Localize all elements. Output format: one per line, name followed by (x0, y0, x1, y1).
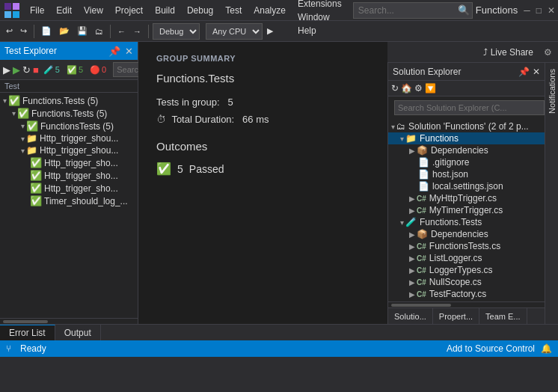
toolbar-sep-2 (110, 25, 111, 38)
tree-item-label: FunctionsTests (5) (40, 121, 114, 132)
settings-icon[interactable]: ⚙ (544, 47, 552, 58)
folder-icon: 📁 (26, 133, 37, 144)
tree-item-label: Functions.Tests (5) (22, 96, 98, 106)
list-item[interactable]: ✅ Http_trigger_sho... (0, 156, 138, 169)
new-file-btn[interactable]: 📄 (38, 25, 55, 37)
run-selected-btn[interactable]: ▶ (13, 64, 20, 76)
menu-build[interactable]: Build (149, 4, 181, 17)
stop-btn[interactable]: ■ (33, 64, 39, 76)
se-sync-btn[interactable]: ↻ (391, 83, 399, 94)
menu-analyze[interactable]: Analyze (248, 4, 292, 17)
notifications-label[interactable]: Notifications (546, 66, 558, 117)
undo-btn[interactable]: ↩ (3, 25, 16, 37)
se-item-label: Functions (420, 133, 459, 144)
se-search-input[interactable] (394, 100, 545, 115)
menu-edit[interactable]: Edit (50, 4, 78, 17)
list-item[interactable]: 📄 host.json (388, 168, 545, 180)
menu-test[interactable]: Test (219, 4, 248, 17)
list-item[interactable]: ▾ 📁 Http_trigger_shou... (0, 132, 138, 144)
menu-search-input[interactable] (353, 2, 473, 19)
refresh-btn[interactable]: ↻ (22, 64, 31, 76)
platform-select[interactable]: Any CPU (206, 23, 263, 40)
forward-btn[interactable]: → (130, 25, 144, 37)
list-item[interactable]: ▶ C# MyHttpTrigger.cs (388, 192, 545, 204)
list-item[interactable]: ✅ Timer_should_log_... (0, 195, 138, 207)
titlebar-close-icon[interactable]: ✕ (125, 46, 133, 57)
open-btn[interactable]: 📂 (56, 25, 73, 37)
list-item[interactable]: ▾ 📁 Functions (388, 132, 545, 144)
main-toolbar: ↩ ↪ 📄 📂 💾 🗂 ← → Debug Any CPU ▶ (0, 21, 558, 42)
list-item[interactable]: 📄 .gitignore (388, 156, 545, 168)
menu-debug[interactable]: Debug (181, 4, 219, 17)
clock-icon: ⏱ (156, 114, 166, 125)
list-item[interactable]: ▾ 📁 Http_trigger_shou... (0, 144, 138, 156)
pass-badge: ✅ 5 (64, 65, 85, 75)
status-bar: ⑂ Ready Add to Source Control 🔔 (0, 340, 558, 357)
list-item[interactable]: ✅ Http_trigger_sho... (0, 169, 138, 182)
chevron-icon: ▶ (409, 290, 415, 298)
se-settings-btn[interactable]: ⚙ (414, 83, 423, 94)
se-home-btn[interactable]: 🏠 (401, 83, 412, 94)
list-item[interactable]: 📄 local.settings.json (388, 180, 545, 192)
tab-solution[interactable]: Solutio... (388, 308, 433, 324)
tab-output[interactable]: Output (55, 325, 101, 340)
svg-rect-3 (13, 11, 19, 18)
pin-icon[interactable]: 📌 (108, 46, 120, 57)
menu-project[interactable]: Project (109, 4, 149, 17)
close-icon[interactable]: ✕ (548, 5, 555, 16)
total-duration-label: Total Duration: (171, 114, 234, 125)
save-all-btn[interactable]: 🗂 (92, 25, 106, 37)
se-item-label: MyHttpTrigger.cs (429, 193, 497, 203)
bell-icon[interactable]: 🔔 (541, 343, 552, 354)
tab-team-explorer[interactable]: Team E... (479, 308, 527, 324)
se-scrollbar-thumb[interactable] (391, 304, 451, 307)
menu-help[interactable]: Help (292, 24, 322, 37)
config-select[interactable]: Debug (153, 23, 200, 40)
tab-properties[interactable]: Propert... (433, 308, 479, 324)
save-btn[interactable]: 💾 (74, 25, 91, 37)
test-tree-scrollbar[interactable] (0, 318, 138, 324)
tab-error-list[interactable]: Error List (0, 325, 55, 340)
restore-icon[interactable]: □ (536, 5, 542, 16)
passed-label: Passed (189, 163, 224, 175)
test-project-icon: 🧪 (405, 217, 417, 227)
list-item[interactable]: ▶ 📦 Dependencies (388, 228, 545, 240)
list-item[interactable]: ▶ C# LoggerTypes.cs (388, 264, 545, 276)
add-source-control-btn[interactable]: Add to Source Control (447, 343, 535, 354)
start-btn[interactable]: ▶ (264, 25, 276, 37)
list-item[interactable]: ▶ C# TestFactory.cs (388, 288, 545, 300)
list-item[interactable]: ▾ 🗂 Solution 'Functions' (2 of 2 p... (388, 120, 545, 132)
list-item[interactable]: ▾ ✅ Functions.Tests (5) (0, 107, 138, 120)
list-item[interactable]: ✅ Http_trigger_sho... (0, 182, 138, 195)
content-area: Test Explorer 📌 ✕ ▶ ▶ ↻ ■ 🧪 5 ✅ 5 🔴 0 Te… (0, 42, 558, 324)
menu-file[interactable]: File (24, 4, 50, 17)
scrollbar-thumb[interactable] (3, 320, 48, 323)
live-share-btn[interactable]: ⤴ Live Share (479, 46, 538, 59)
se-filter-btn[interactable]: 🔽 (425, 83, 436, 94)
csharp-icon: C# (417, 290, 426, 298)
se-scrollbar[interactable] (388, 301, 545, 307)
se-pin-icon[interactable]: 📌 (518, 67, 530, 77)
menu-view[interactable]: View (78, 4, 109, 17)
list-item[interactable]: ▾ ✅ FunctionsTests (5) (0, 120, 138, 132)
list-item[interactable]: ▾ 🧪 Functions.Tests (388, 216, 545, 228)
list-item[interactable]: ▶ C# MyTimerTrigger.cs (388, 204, 545, 216)
run-all-btn[interactable]: ▶ (3, 64, 10, 76)
list-item[interactable]: ▶ C# FunctionsTests.cs (388, 240, 545, 252)
back-btn[interactable]: ← (114, 25, 129, 37)
pass-icon: ✅ (30, 170, 42, 181)
list-item[interactable]: ▾ ✅ Functions.Tests (5) (0, 94, 138, 107)
list-item[interactable]: ▶ C# ListLogger.cs (388, 252, 545, 264)
minimize-icon[interactable]: ─ (524, 5, 530, 16)
live-share-icon: ⤴ (483, 47, 488, 58)
se-close-icon[interactable]: ✕ (533, 67, 540, 77)
csharp-icon: C# (417, 195, 426, 203)
list-item[interactable]: ▶ 📦 Dependencies (388, 144, 545, 156)
redo-btn[interactable]: ↪ (17, 25, 30, 37)
menu-extensions[interactable]: Extensions (292, 0, 348, 10)
list-item[interactable]: ▶ C# NullScope.cs (388, 276, 545, 288)
menu-window[interactable]: Window (292, 10, 336, 24)
se-item-label: local.settings.json (432, 181, 503, 192)
test-explorer-titlebar: Test Explorer 📌 ✕ (0, 42, 138, 60)
file-icon: 📄 (418, 181, 429, 192)
